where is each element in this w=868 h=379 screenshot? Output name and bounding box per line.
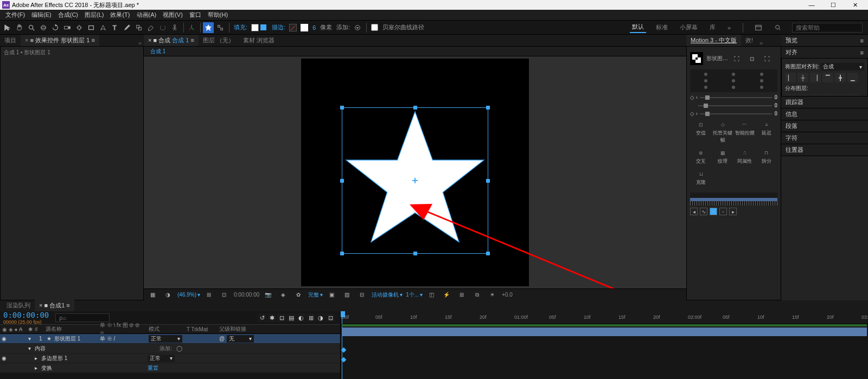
transform-group[interactable]: 变换 — [39, 364, 145, 372]
workspace-panel-icon[interactable] — [753, 22, 764, 33]
workspace-default[interactable]: 默认 — [630, 22, 646, 33]
twirl-polystar[interactable]: ▸ — [33, 355, 39, 361]
selection-tool-icon[interactable] — [2, 22, 13, 33]
fill-swatch[interactable] — [251, 24, 259, 31]
time-ruler[interactable]: :00f05f10f15f20f01:00f05f10f15f20f02:00f… — [341, 311, 868, 324]
tab-timeline-comp[interactable]: × ■ 合成1 ≡ — [35, 300, 74, 311]
menu-3[interactable]: 图层(L) — [81, 11, 107, 19]
tl-brain-icon[interactable]: ⊡ — [326, 313, 335, 322]
tl-opt-1-icon[interactable]: ↺ — [258, 313, 266, 322]
align-vcenter-icon[interactable]: ╋ — [835, 73, 846, 82]
layer-1-bar[interactable] — [342, 327, 867, 336]
eraser-tool-icon[interactable] — [145, 22, 156, 33]
tl-motion-blur-icon[interactable]: ◐ — [297, 313, 305, 322]
menu-4[interactable]: 效果(T) — [107, 11, 133, 19]
parent-dropdown[interactable]: 无▾ — [227, 335, 254, 343]
snapshot-icon[interactable]: 📷 — [263, 290, 273, 300]
transform-reset[interactable]: 重置 — [145, 364, 161, 372]
twirl-layer-1[interactable]: ▾ — [26, 336, 33, 342]
viewer-grid-icon[interactable]: ▦ — [147, 290, 158, 300]
align-to-dropdown[interactable]: 合成▾ — [821, 63, 864, 70]
3d-view-icon[interactable]: ⊟ — [356, 290, 367, 300]
roto-tool-icon[interactable] — [157, 22, 168, 33]
motion-clone-button[interactable]: ⊔克隆 — [690, 171, 712, 186]
workspace-library[interactable]: 库 — [707, 22, 718, 33]
pixel-aspect-icon[interactable]: ◫ — [426, 290, 437, 300]
brush-tool-icon[interactable] — [122, 22, 132, 33]
zoom-tool-icon[interactable] — [26, 22, 37, 33]
fast-preview-icon[interactable]: ⚡ — [441, 290, 452, 300]
panel-wiggler-header[interactable]: 往置器 — [781, 144, 868, 156]
comp-flowchart-icon[interactable]: ⧉ — [471, 290, 482, 300]
star-shape[interactable] — [346, 112, 484, 242]
motion-delay-button[interactable]: ≡延迟 — [756, 122, 777, 144]
motion-fit-icon[interactable]: ⊡ — [746, 53, 757, 64]
align-top-icon[interactable]: ▔ — [822, 73, 833, 82]
stroke-px-value[interactable]: 6 — [312, 24, 316, 31]
tab-composition[interactable]: × ■ 合成 合成 1 ≡ — [144, 35, 199, 46]
blend-mode-dropdown[interactable]: 正常▾ — [149, 335, 182, 343]
resolution-dropdown[interactable]: 完整 ▾ — [308, 291, 323, 299]
anchor-grid[interactable] — [690, 69, 777, 92]
align-hcenter-icon[interactable]: ┼ — [797, 73, 808, 82]
timeline-search[interactable] — [55, 313, 110, 322]
zoom-dropdown[interactable]: (46.9%) ▾ — [177, 292, 200, 298]
pan-behind-tool-icon[interactable] — [74, 22, 85, 33]
viewer-mask-icon[interactable]: ◑ — [162, 290, 173, 300]
timeline-layer-1[interactable]: ◉ ▾ 1 ★ 形状图层 1 单 ※ / 正常▾ @ 无▾ — [0, 334, 340, 344]
motion-mode-a[interactable]: ▫ — [710, 208, 717, 215]
panel-info-header[interactable]: 信息 — [781, 108, 868, 120]
col-source-name[interactable]: 源名称 — [43, 325, 98, 333]
menu-5[interactable]: 动画(A) — [133, 11, 160, 19]
tab-layer[interactable]: 图层 （无） — [199, 35, 239, 46]
handle-tl[interactable] — [340, 106, 344, 110]
handle-tr[interactable] — [486, 106, 490, 110]
menu-8[interactable]: 帮助(H) — [205, 11, 231, 19]
tl-marker-icon[interactable]: ◑ — [316, 313, 325, 322]
tl-shy-icon[interactable]: ⊡ — [277, 313, 286, 322]
search-icon[interactable] — [773, 22, 783, 33]
motion-slider-1[interactable] — [700, 97, 772, 98]
stroke-swatch[interactable] — [289, 24, 297, 31]
menu-0[interactable]: 文件(F) — [2, 11, 28, 19]
tl-graph-icon[interactable]: ⊞ — [307, 313, 315, 322]
workspace-small[interactable]: 小屏幕 — [678, 22, 700, 33]
align-bottom-icon[interactable]: ▁ — [847, 73, 858, 82]
snap-icon[interactable] — [215, 22, 226, 33]
handle-bl[interactable] — [340, 252, 344, 255]
star-shape-icon[interactable] — [203, 22, 214, 33]
motion-next-icon[interactable]: ▸ — [729, 208, 737, 215]
twirl-transform[interactable]: ▸ — [33, 365, 39, 371]
workspace-standard[interactable]: 标准 — [654, 22, 670, 33]
tab-effect-controls[interactable]: × ■ 效果控件 形状图层 1 ≡ — [21, 35, 99, 46]
fill-toggle[interactable] — [260, 24, 266, 30]
align-right-icon[interactable]: ▕ — [810, 73, 821, 82]
workspace-more-icon[interactable]: » — [725, 23, 733, 32]
tab-footage[interactable]: 素材 浏览器 — [239, 35, 279, 46]
pen-tool-icon[interactable] — [98, 22, 108, 33]
panel-preview-header[interactable]: 预览≡ — [781, 35, 868, 47]
close-button[interactable]: ✕ — [844, 2, 866, 9]
contents-add-icon[interactable]: ◯ — [174, 343, 185, 354]
keyframe-2[interactable] — [341, 357, 347, 363]
handle-mr[interactable] — [486, 179, 490, 183]
panel-paragraph-header[interactable]: 段落 — [781, 120, 868, 132]
transparency-icon[interactable]: ▨ — [341, 290, 352, 300]
twirl-contents[interactable]: ▾ — [26, 345, 33, 351]
tab-effects-short[interactable]: 效! — [741, 35, 757, 46]
layer-name-1[interactable]: 形状图层 1 — [52, 335, 98, 343]
work-area-bar[interactable] — [342, 324, 867, 326]
motion-slider-3[interactable] — [700, 113, 772, 114]
menu-2[interactable]: 合成(C) — [55, 11, 81, 19]
contents-group[interactable]: 内容 — [33, 345, 157, 352]
view-layout-dropdown[interactable]: 1个... ▾ — [406, 291, 423, 299]
stroke-width-swatch[interactable] — [301, 24, 308, 31]
motion-mode-b[interactable]: ▫ — [719, 208, 727, 215]
current-timecode[interactable]: 0:00:00:00 — [3, 311, 49, 319]
channel-icon[interactable]: ⊡ — [219, 290, 229, 300]
camera-tool-icon[interactable] — [62, 22, 73, 33]
stroke-label[interactable]: 描边: — [272, 23, 285, 31]
panel-more-icon[interactable]: » — [136, 40, 144, 46]
exposure-reset-icon[interactable]: ☀ — [487, 290, 497, 300]
comp-flowchart-tab[interactable]: 合成 1 — [147, 48, 169, 55]
